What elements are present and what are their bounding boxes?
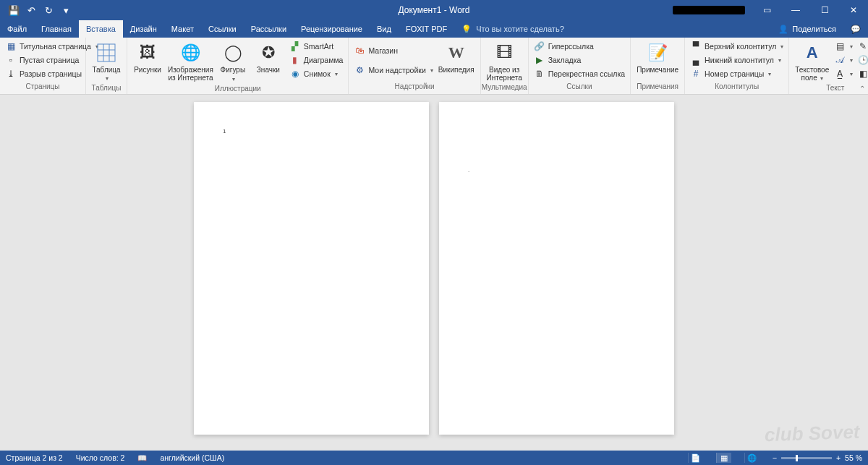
my-addins-button[interactable]: ⚙Мои надстройки▾ xyxy=(352,64,435,77)
online-pictures-button[interactable]: 🌐Изображения из Интернета xyxy=(165,40,216,83)
dropdown-icon: ▾ xyxy=(106,75,109,82)
online-video-button[interactable]: 🎞Видео из Интернета xyxy=(484,40,525,83)
zoom-out-button[interactable]: − xyxy=(773,453,777,462)
tab-view[interactable]: Вид xyxy=(370,20,399,38)
header-button[interactable]: ▀Верхний колонтитул▾ xyxy=(688,40,786,53)
account-redacted xyxy=(673,6,745,14)
wordart-button[interactable]: 𝒜▾ xyxy=(832,54,855,67)
comments-pane-button[interactable]: 💬 xyxy=(843,20,868,38)
drop-cap-icon: A̲ xyxy=(834,68,846,80)
page-number-button[interactable]: #Номер страницы▾ xyxy=(688,67,786,80)
store-button[interactable]: 🛍Магазин xyxy=(352,44,435,57)
wikipedia-button[interactable]: WВикипедия xyxy=(435,40,477,75)
share-label: Поделиться xyxy=(792,25,836,33)
signature-icon: ✎ xyxy=(857,40,868,52)
smartart-button[interactable]: ▞SmartArt xyxy=(287,40,346,53)
hyperlink-icon: 🔗 xyxy=(534,40,545,52)
group-tables: Таблица ▾ Таблицы xyxy=(86,38,127,94)
cross-reference-button[interactable]: 🗎Перекрестная ссылка xyxy=(532,67,627,80)
page-1[interactable]: 1 xyxy=(194,102,429,435)
share-button[interactable]: 👤Поделиться xyxy=(771,20,843,38)
zoom-slider[interactable] xyxy=(781,457,832,459)
footer-button[interactable]: ▄Нижний колонтитул▾ xyxy=(688,54,786,67)
undo-button[interactable]: ↶ xyxy=(23,2,39,18)
page-2[interactable]: . xyxy=(439,102,674,435)
chart-button[interactable]: ▮Диаграмма xyxy=(287,54,346,67)
ribbon-display-button[interactable]: ▭ xyxy=(752,0,781,20)
tab-mailings[interactable]: Рассылки xyxy=(244,20,294,38)
group-label: Колонтитулы xyxy=(685,82,788,94)
dropdown-icon: ▾ xyxy=(850,57,853,64)
store-icon: 🛍 xyxy=(354,45,365,56)
minimize-button[interactable]: — xyxy=(781,0,810,20)
signature-button[interactable]: ✎▾ xyxy=(855,40,868,53)
group-links: 🔗Гиперссылка ▶Закладка 🗎Перекрестная ссы… xyxy=(529,38,631,94)
document-canvas[interactable]: 1 . xyxy=(0,95,868,455)
table-button[interactable]: Таблица ▾ xyxy=(89,40,124,84)
group-label: Мультимедиа xyxy=(481,83,528,94)
group-comments: 📝Примечание Примечания xyxy=(631,38,685,94)
tab-layout[interactable]: Макет xyxy=(164,20,201,38)
tab-foxit[interactable]: FOXIT PDF xyxy=(399,20,454,38)
shapes-button[interactable]: ◯Фигуры ▾ xyxy=(216,40,251,85)
close-button[interactable]: ✕ xyxy=(839,0,868,20)
collapse-ribbon-button[interactable]: ⌃ xyxy=(859,85,865,93)
save-button[interactable]: 💾 xyxy=(6,2,22,18)
icons-button[interactable]: ✪Значки xyxy=(251,40,286,75)
video-icon: 🎞 xyxy=(493,41,516,64)
page-break-icon: ⤓ xyxy=(5,68,17,80)
tab-file[interactable]: Файл xyxy=(0,20,34,38)
date-time-button[interactable]: 🕒 xyxy=(855,54,868,67)
icons-label: Значки xyxy=(257,66,280,74)
status-spellcheck-icon[interactable]: 📖 xyxy=(137,453,147,463)
blank-page-button[interactable]: ▫Пустая страница xyxy=(3,54,82,67)
view-print-layout[interactable]: ▦ xyxy=(716,453,731,463)
hyperlink-button[interactable]: 🔗Гиперссылка xyxy=(532,40,627,53)
quick-access-toolbar: 💾 ↶ ↻ ▾ xyxy=(0,2,74,18)
screenshot-button[interactable]: ◉Снимок▾ xyxy=(287,67,346,80)
qat-customize-button[interactable]: ▾ xyxy=(58,2,74,18)
group-label: Страницы xyxy=(0,82,85,94)
bookmark-button[interactable]: ▶Закладка xyxy=(532,54,627,67)
dropdown-icon: ▾ xyxy=(780,43,783,50)
group-label: Надстройки xyxy=(349,82,480,94)
bulb-icon: 💡 xyxy=(461,25,472,34)
redo-button[interactable]: ↻ xyxy=(41,2,56,18)
group-pages: ▦Титульная страница▾ ▫Пустая страница ⤓Р… xyxy=(0,38,86,94)
status-page[interactable]: Страница 2 из 2 xyxy=(6,453,63,462)
date-time-icon: 🕒 xyxy=(857,54,868,66)
group-illustrations: 🖼Рисунки 🌐Изображения из Интернета ◯Фигу… xyxy=(127,38,349,94)
dropdown-icon: ▾ xyxy=(768,71,771,77)
tab-design[interactable]: Дизайн xyxy=(123,20,164,38)
text-box-button[interactable]: AТекстовое поле ▾ xyxy=(792,40,832,84)
tab-insert[interactable]: Вставка xyxy=(79,20,123,38)
maximize-button[interactable]: ☐ xyxy=(810,0,839,20)
tab-home[interactable]: Главная xyxy=(34,20,79,38)
zoom-level[interactable]: 55 % xyxy=(845,453,862,462)
tab-references[interactable]: Ссылки xyxy=(201,20,244,38)
quick-parts-button[interactable]: ▤▾ xyxy=(832,40,855,53)
comment-button[interactable]: 📝Примечание xyxy=(634,40,681,75)
drop-cap-button[interactable]: A̲▾ xyxy=(832,67,855,80)
table-label: Таблица xyxy=(92,66,120,74)
cover-page-button[interactable]: ▦Титульная страница▾ xyxy=(3,40,82,53)
status-language[interactable]: английский (США) xyxy=(160,453,224,462)
bookmark-label: Закладка xyxy=(548,56,582,64)
page-break-label: Разрыв страницы xyxy=(20,69,82,78)
group-header-footer: ▀Верхний колонтитул▾ ▄Нижний колонтитул▾… xyxy=(685,38,789,94)
table-icon xyxy=(95,41,118,64)
status-word-count[interactable]: Число слов: 2 xyxy=(76,453,125,462)
group-label: Текст xyxy=(789,84,868,94)
zoom-in-button[interactable]: + xyxy=(836,453,841,462)
page-break-button[interactable]: ⤓Разрыв страницы xyxy=(3,67,82,80)
dropdown-icon: ▾ xyxy=(232,76,235,82)
object-button[interactable]: ◧▾ xyxy=(855,67,868,80)
group-label: Примечания xyxy=(631,82,684,94)
icons-icon: ✪ xyxy=(257,41,280,64)
view-read-mode[interactable]: 📄 xyxy=(688,453,703,463)
group-label: Ссылки xyxy=(529,82,630,94)
pictures-button[interactable]: 🖼Рисунки xyxy=(130,40,165,75)
tell-me-search[interactable]: 💡Что вы хотите сделать? xyxy=(454,20,571,38)
tab-review[interactable]: Рецензирование xyxy=(294,20,370,38)
view-web-layout[interactable]: 🌐 xyxy=(744,453,760,463)
